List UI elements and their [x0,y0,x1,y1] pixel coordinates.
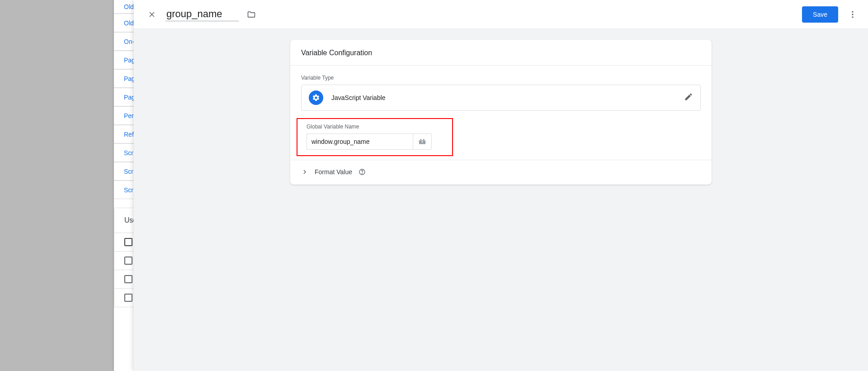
card-body: Variable Type JavaScript Variable Global… [290,66,712,160]
lego-brick-icon [418,138,427,145]
svg-point-11 [362,173,362,174]
variable-type-label: Variable Type [301,75,701,81]
format-value-label: Format Value [315,168,352,176]
close-icon [147,10,156,19]
svg-rect-9 [422,141,422,143]
more-vertical-icon [848,10,857,19]
insert-variable-button[interactable] [413,133,432,150]
variable-editor-panel: Save Variable Configuration Variable Typ… [134,0,868,371]
global-variable-name-label: Global Variable Name [302,124,448,130]
checkbox-icon [124,275,132,283]
svg-point-4 [852,16,853,18]
panel-header: Save [134,0,868,29]
variable-configuration-card: Variable Configuration Variable Type Jav… [290,40,712,185]
help-icon[interactable] [359,168,366,176]
folder-icon [247,10,256,19]
format-value-toggle[interactable]: Format Value [290,160,712,185]
svg-point-2 [852,11,853,12]
variable-name-input[interactable] [165,7,239,21]
checkbox-icon [124,294,132,302]
highlight-annotation: Global Variable Name [297,118,453,156]
chevron-right-icon [301,168,308,176]
checkbox-icon [124,257,132,265]
svg-rect-7 [423,139,425,140]
gear-icon [312,94,320,102]
variable-type-icon-wrap [309,90,323,105]
save-button[interactable]: Save [802,6,838,23]
variable-type-name: JavaScript Variable [331,94,684,101]
checkbox-icon [124,238,132,246]
more-options-button[interactable] [844,5,862,24]
close-button[interactable] [143,5,161,24]
global-variable-input-row [302,133,448,150]
panel-body: Variable Configuration Variable Type Jav… [134,29,868,371]
global-variable-name-input[interactable] [307,133,413,150]
svg-point-3 [852,14,853,15]
edit-icon [684,92,693,103]
svg-rect-6 [420,139,421,140]
variable-type-selector[interactable]: JavaScript Variable [301,85,701,111]
folder-button[interactable] [244,7,259,22]
card-title: Variable Configuration [290,40,712,65]
